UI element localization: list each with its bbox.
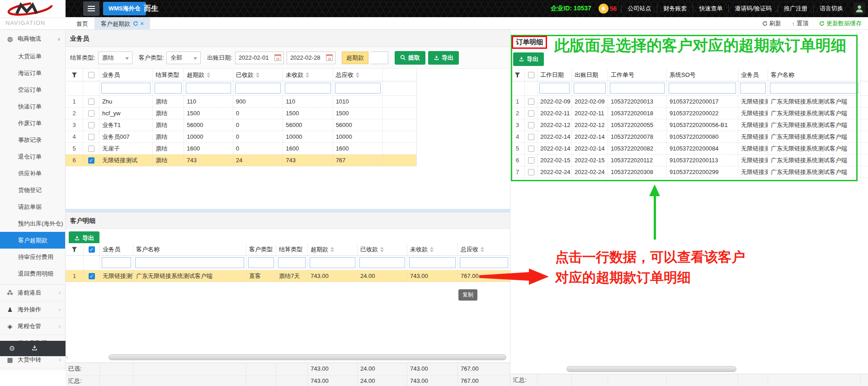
row-checkbox[interactable] bbox=[88, 134, 94, 140]
column-filter-input[interactable] bbox=[460, 257, 508, 268]
refresh-button[interactable]: 刷新 bbox=[762, 19, 781, 28]
column-header[interactable]: 未收款 bbox=[407, 243, 458, 255]
column-filter-input[interactable] bbox=[669, 83, 736, 94]
sidebar-group[interactable]: ◈ 尾程仓管 bbox=[0, 318, 65, 335]
salesman-table-row[interactable]: 3 业务T1 票结 56000 0 56000 56000 bbox=[66, 119, 416, 131]
order-table-row[interactable]: 4 2022-02-14 2022-02-14 1053722020078 91… bbox=[510, 131, 868, 143]
column-header[interactable]: 总应收 bbox=[333, 69, 383, 81]
column-header[interactable]: 出账日期 bbox=[572, 69, 608, 81]
column-filter-input[interactable] bbox=[135, 257, 244, 268]
sidebar-item[interactable]: 客户超期款 bbox=[0, 232, 65, 249]
overdue-amount-input[interactable] bbox=[371, 52, 388, 64]
column-header[interactable]: 已收款 bbox=[233, 69, 283, 81]
row-checkbox[interactable] bbox=[528, 157, 534, 164]
download-icon[interactable] bbox=[31, 345, 38, 353]
tab[interactable]: 客户超期款 bbox=[94, 17, 150, 30]
row-checkbox[interactable] bbox=[528, 134, 534, 140]
row-checkbox[interactable] bbox=[88, 157, 94, 164]
topbar-link[interactable]: 快速查单 bbox=[693, 5, 728, 13]
order-table-row[interactable]: 1 2022-02-09 2022-02-09 1053722020013 91… bbox=[510, 96, 868, 108]
order-table-row[interactable]: 6 2022-02-15 2022-02-15 1053722020112 91… bbox=[510, 155, 868, 166]
column-filter-input[interactable] bbox=[235, 83, 281, 94]
order-table-row[interactable]: 2 2022-02-11 2022-02-11 1053722020018 91… bbox=[510, 108, 868, 119]
sidebar-item[interactable]: 货物登记 bbox=[0, 182, 65, 198]
sidebar-group-ecommerce[interactable]: ◍ 电商物流 bbox=[0, 30, 65, 48]
sidebar-item[interactable]: 退仓订单 bbox=[0, 148, 65, 165]
settle-type-select[interactable]: 票结 bbox=[98, 52, 132, 64]
column-filter-input[interactable] bbox=[310, 257, 355, 268]
column-header[interactable]: 工作单号 bbox=[608, 69, 667, 81]
column-filter-input[interactable] bbox=[335, 83, 381, 94]
sidebar-item[interactable]: 供应补单 bbox=[0, 165, 65, 182]
order-table-row[interactable]: 7 2022-02-24 2022-02-24 1053722020308 91… bbox=[510, 166, 868, 178]
sidebar-group[interactable]: ♟ 海外操作 bbox=[0, 301, 65, 318]
column-header[interactable]: 已收款 bbox=[358, 243, 407, 255]
filter-funnel-icon[interactable] bbox=[66, 243, 84, 255]
sidebar-item[interactable]: 大货运单 bbox=[0, 48, 65, 65]
topbar-link[interactable]: 财务账套 bbox=[657, 5, 693, 13]
salesman-table-row[interactable]: 4 业务员007 票结 10000 0 10000 10000 bbox=[66, 131, 416, 143]
row-checkbox[interactable] bbox=[88, 110, 94, 117]
wms-app-button[interactable]: WMS海外仓 bbox=[103, 2, 146, 15]
salesman-table-row[interactable]: 2 hcf_yw 票结 1500 0 1500 1500 bbox=[66, 108, 416, 119]
settings-gear-icon[interactable]: ⚙ bbox=[9, 344, 15, 353]
sidebar-item[interactable]: 海运订单 bbox=[0, 65, 65, 81]
column-header[interactable]: 客户名称 bbox=[133, 243, 246, 255]
select-all-checkbox[interactable] bbox=[528, 72, 534, 78]
sidebar-item[interactable]: 退回费用明细 bbox=[0, 265, 65, 282]
sidebar-item[interactable]: 事故记录 bbox=[0, 132, 65, 148]
topbar-link[interactable]: 推广注册 bbox=[778, 5, 813, 13]
order-table-row[interactable]: 5 2022-02-14 2022-02-14 1053722020082 91… bbox=[510, 143, 868, 155]
column-filter-input[interactable] bbox=[409, 257, 456, 268]
column-header[interactable]: 结算类型 bbox=[153, 69, 184, 81]
sidebar-group[interactable]: ⁂ 港前港后 bbox=[0, 285, 65, 301]
column-header[interactable]: 系统SO号 bbox=[667, 69, 738, 81]
update-cache-button[interactable]: 更新数据缓存 bbox=[819, 19, 862, 28]
sidebar-item[interactable]: 空运订单 bbox=[0, 81, 65, 98]
column-filter-input[interactable] bbox=[278, 257, 306, 268]
tab[interactable]: 首页 bbox=[70, 17, 94, 30]
select-all-checkbox[interactable] bbox=[89, 246, 95, 253]
order-table-row[interactable]: 3 2022-02-12 2022-02-12 1053722020055 91… bbox=[510, 119, 868, 131]
column-header[interactable]: 客户名称 bbox=[768, 69, 861, 81]
column-filter-input[interactable] bbox=[574, 83, 606, 94]
topbar-link[interactable]: 公司站点 bbox=[621, 5, 657, 13]
row-checkbox[interactable] bbox=[88, 146, 94, 152]
extract-button[interactable]: 提取 bbox=[395, 51, 425, 65]
column-filter-input[interactable] bbox=[186, 83, 231, 94]
topbar-link[interactable]: 语言切换 bbox=[813, 5, 849, 13]
row-checkbox[interactable] bbox=[88, 99, 94, 105]
collapse-handle[interactable] bbox=[66, 353, 68, 360]
date-from-input[interactable]: 2022-02-01 bbox=[235, 52, 284, 64]
salesman-export-button[interactable]: 导出 bbox=[428, 51, 459, 65]
sidebar-item[interactable]: 预约出库(海外仓) bbox=[0, 215, 65, 232]
column-filter-input[interactable] bbox=[740, 83, 766, 94]
column-filter-input[interactable] bbox=[610, 83, 665, 94]
horizontal-scrollbar[interactable] bbox=[108, 354, 506, 360]
column-header[interactable]: 业务员 bbox=[738, 69, 768, 81]
date-to-input[interactable]: 2022-02-28 bbox=[287, 52, 335, 64]
column-header[interactable]: 客户类型 bbox=[246, 243, 276, 255]
pin-top-button[interactable]: 置顶 bbox=[792, 19, 809, 28]
topbar-link[interactable]: 邀请码/验证码 bbox=[728, 5, 778, 13]
row-checkbox[interactable] bbox=[528, 110, 534, 117]
menu-toggle-button[interactable] bbox=[83, 1, 99, 16]
sidebar-item[interactable]: 待审应付费用 bbox=[0, 249, 65, 265]
user-avatar[interactable] bbox=[854, 3, 865, 14]
customer-type-select[interactable]: 全部 bbox=[166, 52, 201, 64]
row-checkbox[interactable] bbox=[528, 99, 534, 105]
sidebar-item[interactable]: 请款单据 bbox=[0, 198, 65, 215]
column-header[interactable]: 未收款 bbox=[283, 69, 333, 81]
column-header[interactable]: 业务员 bbox=[99, 69, 153, 81]
column-filter-input[interactable] bbox=[155, 83, 182, 94]
order-export-button[interactable]: 导出 bbox=[513, 52, 544, 66]
column-filter-input[interactable] bbox=[101, 83, 151, 94]
select-all-checkbox[interactable] bbox=[88, 72, 94, 78]
sidebar-item[interactable]: 作废订单 bbox=[0, 115, 65, 132]
column-filter-input[interactable] bbox=[770, 83, 859, 94]
salesman-table-row[interactable]: 6 无限链接测试 票结 743 24 743 767 bbox=[66, 155, 416, 166]
column-header[interactable]: 超期款 bbox=[308, 243, 358, 255]
column-header[interactable]: 工作日期 bbox=[538, 69, 572, 81]
app-logo[interactable] bbox=[0, 0, 66, 18]
filter-funnel-icon[interactable] bbox=[66, 69, 83, 81]
